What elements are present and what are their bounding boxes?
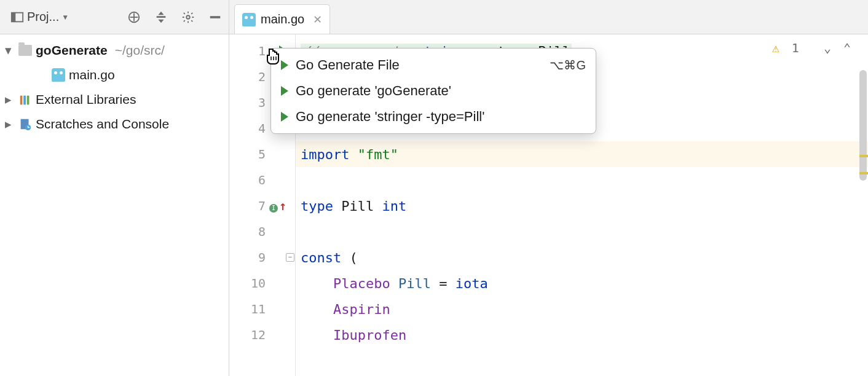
- run-icon: [281, 60, 288, 70]
- svg-point-8: [186, 15, 190, 19]
- menu-item-label: Go generate 'goGenerate': [296, 83, 451, 99]
- svg-rect-1: [12, 12, 15, 22]
- menu-item-shortcut: ⌥⌘G: [550, 58, 586, 72]
- go-file-icon: [52, 68, 65, 82]
- tree-file-label: main.go: [69, 68, 115, 82]
- line-number: 10: [251, 276, 266, 291]
- project-view-selector[interactable]: Proj... ▼: [6, 7, 73, 27]
- select-opened-file-icon[interactable]: [127, 10, 141, 25]
- hide-tool-window-icon[interactable]: [208, 10, 223, 25]
- prev-highlight-icon[interactable]: ⌃: [843, 41, 851, 55]
- next-highlight-icon[interactable]: ⌄: [824, 41, 831, 55]
- tree-root-path: ~/go/src/: [115, 43, 165, 58]
- svg-rect-12: [27, 96, 30, 105]
- menu-item-go-generate-stringer[interactable]: Go generate 'stringer -type=Pill': [271, 104, 596, 130]
- line-number: 1: [258, 44, 266, 58]
- menu-item-label: Go generate 'stringer -type=Pill': [296, 109, 484, 125]
- warning-icon[interactable]: ⚠: [772, 41, 779, 55]
- project-tool-header: Proj... ▼: [0, 0, 229, 34]
- tree-scratches[interactable]: ▸ Scratches and Console: [0, 112, 229, 136]
- error-stripe-marker[interactable]: [859, 155, 868, 157]
- warning-count: 1: [792, 41, 799, 55]
- code-line[interactable]: [296, 167, 868, 193]
- code-line[interactable]: type Pill int: [296, 193, 868, 219]
- editor-tab-bar: main.go ✕: [229, 0, 868, 34]
- run-icon: [281, 86, 288, 96]
- code-line[interactable]: import "fmt": [296, 141, 868, 167]
- line-number: 5: [258, 147, 266, 162]
- menu-item-go-generate-project[interactable]: Go generate 'goGenerate': [271, 78, 596, 104]
- svg-rect-5: [157, 16, 166, 18]
- tree-external-label: External Libraries: [36, 92, 136, 107]
- line-number: 7: [258, 198, 266, 213]
- tree-root[interactable]: ▾ goGenerate ~/go/src/: [0, 38, 229, 63]
- project-pane-icon: [10, 10, 25, 25]
- libraries-icon: [18, 93, 32, 106]
- line-number: 11: [251, 302, 266, 316]
- run-icon: [281, 112, 288, 122]
- line-number: 6: [258, 173, 266, 187]
- tree-external-libraries[interactable]: ▸ External Libraries: [0, 87, 229, 112]
- line-number: 4: [258, 121, 266, 136]
- run-context-menu: Go Generate File ⌥⌘G Go generate 'goGene…: [270, 48, 596, 134]
- inspection-widget[interactable]: ⚠ 1 ⌄ ⌃: [772, 41, 851, 55]
- line-number: 12: [251, 327, 266, 342]
- code-line[interactable]: − const (: [296, 245, 868, 270]
- settings-icon[interactable]: [181, 10, 195, 25]
- tree-root-name: goGenerate: [36, 43, 108, 58]
- dropdown-icon: ▼: [61, 13, 69, 22]
- svg-rect-11: [23, 96, 26, 105]
- tab-label: main.go: [261, 12, 304, 26]
- line-number: 2: [258, 69, 266, 84]
- code-line[interactable]: [296, 219, 868, 245]
- menu-item-go-generate-file[interactable]: Go Generate File ⌥⌘G: [271, 52, 596, 78]
- chevron-right-icon[interactable]: ▸: [5, 92, 15, 107]
- svg-rect-9: [210, 16, 221, 18]
- close-tab-icon[interactable]: ✕: [313, 13, 322, 26]
- line-number: 8: [258, 224, 266, 239]
- fold-icon[interactable]: −: [286, 253, 294, 262]
- folder-icon: [18, 45, 32, 56]
- expand-all-icon[interactable]: [154, 10, 168, 25]
- has-implementations-icon[interactable]: I↑: [269, 198, 286, 213]
- project-view-label: Proj...: [27, 10, 59, 24]
- error-stripe-marker[interactable]: [859, 172, 868, 174]
- code-line[interactable]: Ibuprofen: [296, 322, 868, 348]
- tree-scratches-label: Scratches and Console: [36, 117, 169, 131]
- go-file-icon: [242, 13, 256, 26]
- project-tree[interactable]: ▾ goGenerate ~/go/src/ main.go ▸ Externa…: [0, 34, 229, 376]
- svg-marker-6: [158, 11, 164, 15]
- code-line[interactable]: Placebo Pill = iota: [296, 270, 868, 296]
- line-number: 3: [258, 95, 266, 110]
- tree-file-main-go[interactable]: main.go: [0, 63, 229, 87]
- chevron-right-icon[interactable]: ▸: [5, 117, 15, 131]
- line-number: 9: [258, 250, 266, 265]
- svg-rect-10: [20, 96, 23, 105]
- code-line[interactable]: Aspirin: [296, 296, 868, 322]
- chevron-down-icon[interactable]: ▾: [5, 43, 15, 58]
- scratches-icon: [18, 117, 32, 131]
- svg-marker-7: [158, 19, 164, 22]
- editor-tab-main-go[interactable]: main.go ✕: [234, 4, 330, 34]
- editor-scrollbar[interactable]: [859, 70, 867, 181]
- menu-item-label: Go Generate File: [296, 57, 400, 73]
